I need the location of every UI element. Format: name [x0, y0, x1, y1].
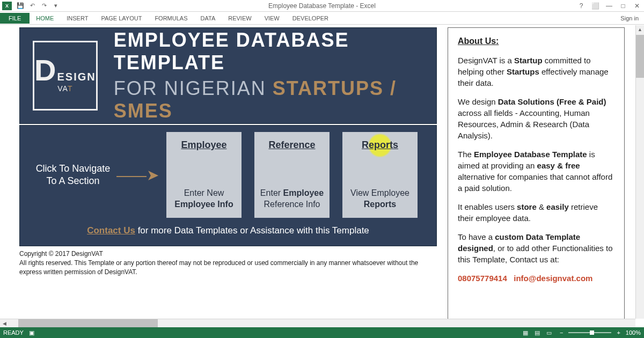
title-bar: X 💾 ↶ ↷ ▾ Employee Database Template - E…: [0, 0, 644, 12]
normal-view-icon[interactable]: ▦: [520, 328, 531, 337]
card-desc: Enter New Employee Info: [174, 188, 233, 210]
zoom-out-icon[interactable]: −: [560, 329, 563, 336]
vertical-scroll-thumb[interactable]: [636, 35, 644, 78]
arrow-icon: ――➤: [116, 166, 159, 184]
close-icon[interactable]: ✕: [630, 1, 644, 11]
contact-phone: 08075779414: [458, 274, 507, 283]
contact-email[interactable]: info@designvat.com: [514, 274, 592, 283]
content-wrapper: D ESIGN VAT EMPLOYEE DATABASE TEMPLATE F…: [0, 25, 644, 327]
copyright-notice: Copyright © 2017 DesignVAT All rights re…: [19, 249, 437, 276]
about-p4: It enables users store & easily retrieve…: [458, 201, 614, 224]
nav-hint: Click To Navigate To A Section: [33, 163, 113, 188]
vertical-scrollbar[interactable]: ▲: [635, 25, 644, 319]
tab-view[interactable]: VIEW: [258, 13, 286, 24]
status-ready: READY: [3, 329, 24, 336]
logo-mark: D ESIGN: [34, 58, 96, 83]
help-icon[interactable]: ?: [574, 1, 588, 11]
horizontal-scroll-thumb[interactable]: [18, 319, 158, 327]
nav-cards: Employee Enter New Employee Info Referen…: [166, 132, 418, 218]
tab-developer[interactable]: DEVELOPER: [286, 13, 335, 24]
zoom-in-icon[interactable]: +: [617, 329, 620, 336]
about-title: About Us:: [458, 35, 614, 47]
maximize-icon[interactable]: □: [616, 1, 630, 11]
macro-record-icon[interactable]: ▣: [29, 329, 34, 336]
zoom-level[interactable]: 100%: [626, 329, 641, 336]
navigation-section: Click To Navigate To A Section ――➤ Emplo…: [19, 125, 437, 246]
tab-page-layout[interactable]: PAGE LAYOUT: [94, 13, 148, 24]
ribbon-display-icon[interactable]: ⬜: [588, 1, 602, 11]
card-employee[interactable]: Employee Enter New Employee Info: [166, 132, 241, 218]
worksheet-area: D ESIGN VAT EMPLOYEE DATABASE TEMPLATE F…: [0, 25, 644, 327]
horizontal-scrollbar[interactable]: ◀: [0, 319, 635, 327]
contact-line: Contact Us for more Data Templates or As…: [33, 225, 423, 236]
logo-esign: ESIGN: [57, 72, 96, 81]
card-reference[interactable]: Reference Enter Employee Reference Info: [254, 132, 330, 218]
scroll-left-icon[interactable]: ◀: [0, 319, 9, 328]
tab-home[interactable]: HOME: [30, 13, 60, 24]
main-panel: D ESIGN VAT EMPLOYEE DATABASE TEMPLATE F…: [19, 27, 437, 327]
zoom-slider[interactable]: [568, 332, 611, 333]
about-panel: About Us: DesignVAT is a Startup committ…: [448, 27, 625, 327]
status-bar: READY ▣ ▦ ▤ ▭ − + 100%: [0, 327, 644, 338]
page-break-view-icon[interactable]: ▭: [544, 328, 554, 337]
card-title: Employee: [181, 139, 226, 151]
quick-access-toolbar: X 💾 ↶ ↷ ▾: [0, 1, 61, 11]
hero-subtitle: FOR NIGERIAN STARTUPS / SMES: [114, 77, 423, 122]
ribbon-tabs: FILE HOME INSERT PAGE LAYOUT FORMULAS DA…: [0, 12, 644, 25]
view-mode-buttons: ▦ ▤ ▭: [520, 328, 554, 337]
undo-icon[interactable]: ↶: [27, 1, 38, 11]
document-title: Employee Database Template - Excel: [268, 2, 376, 10]
card-title: Reports: [362, 139, 398, 151]
tab-review[interactable]: REVIEW: [222, 13, 258, 24]
save-icon[interactable]: 💾: [15, 1, 26, 11]
card-reports[interactable]: Reports View Employee Reports: [342, 132, 418, 218]
about-p2: We design Data Solutions (Free & Paid) a…: [458, 96, 614, 141]
status-right: ▦ ▤ ▭ − + 100%: [520, 328, 641, 337]
nav-row: Click To Navigate To A Section ――➤ Emplo…: [33, 132, 423, 218]
minimize-icon[interactable]: —: [602, 1, 616, 11]
customize-qat-icon[interactable]: ▾: [50, 1, 61, 11]
hero-title: EMPLOYEE DATABASE TEMPLATE: [114, 29, 423, 74]
card-desc: View Employee Reports: [350, 188, 409, 210]
logo-d-letter: D: [34, 58, 56, 83]
tab-data[interactable]: DATA: [194, 13, 222, 24]
hero-heading: EMPLOYEE DATABASE TEMPLATE FOR NIGERIAN …: [114, 29, 423, 122]
about-p3: The Employee Database Template is aimed …: [458, 149, 614, 194]
tab-file[interactable]: FILE: [0, 13, 30, 24]
tab-insert[interactable]: INSERT: [60, 13, 94, 24]
excel-app-icon[interactable]: X: [2, 2, 12, 10]
tab-formulas[interactable]: FORMULAS: [148, 13, 194, 24]
about-p1: DesignVAT is a Startup committed to help…: [458, 55, 614, 89]
page-layout-view-icon[interactable]: ▤: [532, 328, 543, 337]
logo-vat: VAT: [57, 84, 72, 93]
card-title: Reference: [268, 139, 315, 151]
contact-us-link[interactable]: Contact Us: [87, 225, 135, 236]
window-controls: ? ⬜ — □ ✕: [574, 1, 644, 11]
card-desc: Enter Employee Reference Info: [260, 188, 324, 210]
about-contact: 08075779414 info@designvat.com: [458, 273, 614, 284]
sign-in-link[interactable]: Sign in: [620, 15, 639, 21]
designvat-logo: D ESIGN VAT: [33, 41, 98, 111]
scroll-up-icon[interactable]: ▲: [636, 25, 644, 34]
redo-icon[interactable]: ↷: [39, 1, 49, 11]
about-p5: To have a custom Data Template designed,…: [458, 231, 614, 265]
hero-banner: D ESIGN VAT EMPLOYEE DATABASE TEMPLATE F…: [19, 27, 437, 124]
